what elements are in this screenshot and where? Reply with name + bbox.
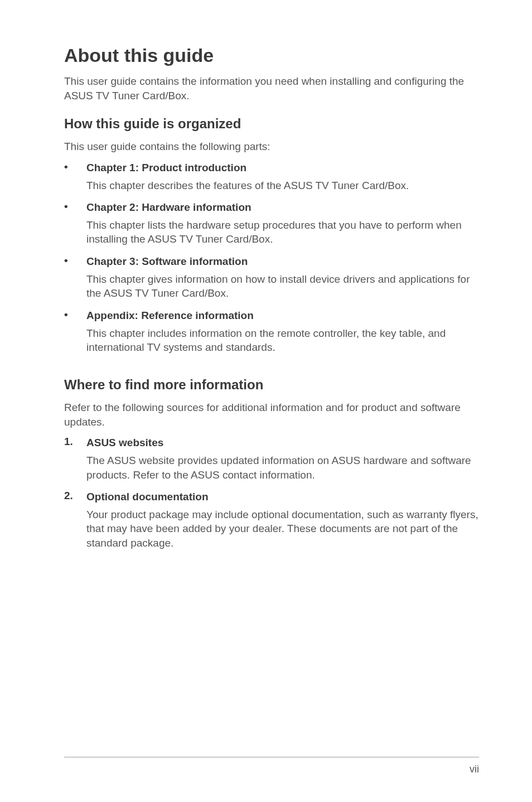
page-title: About this guide (64, 45, 479, 66)
chapter-title: Appendix: Reference information (86, 308, 254, 323)
chapter-body: This chapter lists the hardware setup pr… (86, 218, 479, 247)
footer-divider (64, 757, 479, 757)
bullet-icon: • (64, 200, 86, 215)
list-item: 1. ASUS websites (64, 436, 479, 450)
organized-heading: How this guide is organized (64, 116, 479, 132)
info-body: Your product package may include optiona… (86, 508, 479, 550)
chapter-title: Chapter 2: Hardware information (86, 200, 252, 215)
chapter-body: This chapter includes information on the… (86, 326, 479, 355)
bullet-icon: • (64, 308, 86, 323)
list-item: • Chapter 1: Product introduction (64, 161, 479, 175)
list-item: • Chapter 3: Software information (64, 254, 479, 269)
list-item: • Appendix: Reference information (64, 308, 479, 323)
intro-text: This user guide contains the information… (64, 74, 479, 103)
bullet-icon: • (64, 254, 86, 269)
moreinfo-heading: Where to find more information (64, 377, 479, 393)
info-title: ASUS websites (86, 436, 163, 450)
page-number: vii (470, 764, 479, 775)
organized-lead: This user guide contains the following p… (64, 139, 479, 154)
chapter-body: This chapter describes the features of t… (86, 178, 479, 193)
chapter-body: This chapter gives information on how to… (86, 272, 479, 301)
list-number: 2. (64, 490, 86, 504)
moreinfo-lead: Refer to the following sources for addit… (64, 400, 479, 429)
info-body: The ASUS website provides updated inform… (86, 453, 479, 482)
list-number: 1. (64, 436, 86, 450)
list-item: 2. Optional documentation (64, 490, 479, 504)
info-title: Optional documentation (86, 490, 209, 504)
chapter-title: Chapter 3: Software information (86, 254, 248, 269)
list-item: • Chapter 2: Hardware information (64, 200, 479, 215)
bullet-icon: • (64, 161, 86, 175)
chapter-title: Chapter 1: Product introduction (86, 161, 246, 175)
